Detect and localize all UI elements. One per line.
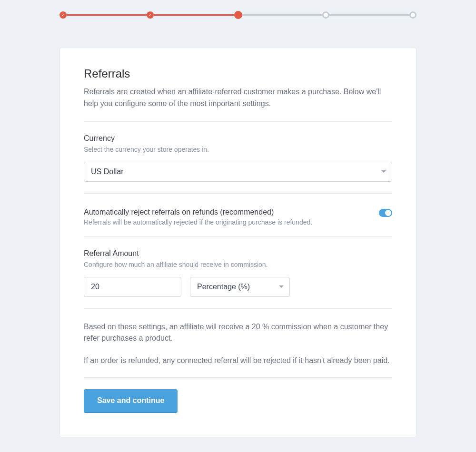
step-5-upcoming: [409, 11, 416, 19]
progress-stepper: ✓ ✓: [60, 4, 416, 26]
currency-select[interactable]: US Dollar: [84, 162, 392, 182]
divider: [84, 377, 392, 378]
referral-type-select[interactable]: Percentage (%): [190, 277, 290, 297]
referral-amount-section: Referral Amount Configure how much an af…: [84, 237, 392, 308]
summary-line-2: If an order is refunded, any connected r…: [84, 355, 392, 367]
summary-line-1: Based on these settings, an affiliate wi…: [84, 321, 392, 345]
check-icon: ✓: [149, 13, 152, 17]
check-icon: ✓: [61, 13, 65, 17]
chevron-down-icon: [381, 170, 386, 173]
referral-amount-sub: Configure how much an affiliate should r…: [84, 261, 392, 268]
stepper-connector: [329, 14, 409, 16]
step-4-upcoming: [322, 11, 329, 19]
auto-reject-toggle[interactable]: [379, 209, 392, 217]
referral-amount-label: Referral Amount: [84, 249, 392, 258]
currency-sub: Select the currency your store operates …: [84, 146, 392, 153]
referral-type-value: Percentage (%): [197, 283, 250, 291]
currency-section: Currency Select the currency your store …: [84, 122, 392, 193]
page-description: Referrals are created when an affiliate-…: [84, 86, 392, 110]
step-2-complete: ✓: [147, 11, 154, 19]
step-3-current: [234, 11, 242, 19]
currency-label: Currency: [84, 134, 392, 143]
currency-select-value: US Dollar: [91, 167, 123, 176]
summary-section: Based on these settings, an affiliate wi…: [84, 309, 392, 377]
setup-card: Referrals Referrals are created when an …: [60, 48, 416, 437]
stepper-connector: [67, 14, 147, 16]
auto-reject-section: Automatically reject referrals on refund…: [84, 194, 392, 236]
step-1-complete: ✓: [60, 11, 67, 19]
chevron-down-icon: [279, 285, 284, 288]
stepper-connector: [242, 14, 322, 16]
auto-reject-label: Automatically reject referrals on refund…: [84, 208, 312, 216]
referral-amount-input[interactable]: [84, 277, 181, 297]
page-title: Referrals: [84, 67, 392, 80]
auto-reject-sub: Referrals will be automatically rejected…: [84, 218, 312, 226]
save-and-continue-button[interactable]: Save and continue: [84, 389, 178, 413]
stepper-connector: [154, 14, 234, 16]
toggle-knob: [385, 210, 391, 216]
